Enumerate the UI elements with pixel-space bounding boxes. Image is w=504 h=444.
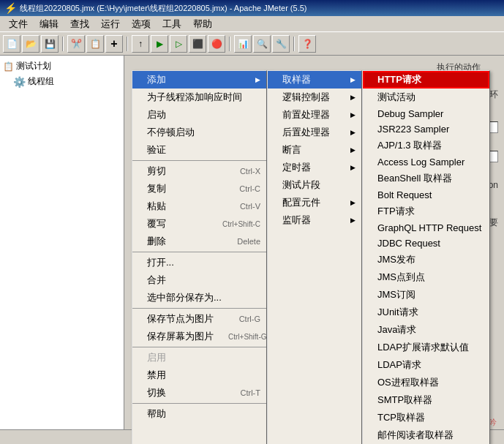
toolbar-new[interactable]: 📄: [3, 35, 20, 53]
sep3: [132, 308, 266, 309]
context-menu-level1: 添加 为子线程添加响应时间 启动 不停顿启动 验证 剪切 Ctrl-X 复制 C…: [132, 70, 267, 444]
menu-junit-request[interactable]: JUnit请求: [363, 304, 489, 321]
menu-ldap-extended[interactable]: LDAP扩展请求默认值: [363, 339, 489, 356]
toolbar-open[interactable]: 📂: [22, 35, 40, 53]
context-menu-level3: HTTP请求 测试活动 Debug Sampler JSR223 Sampler…: [362, 70, 490, 444]
menu-jms-point-to-point[interactable]: JMS点到点: [363, 268, 489, 286]
menu-merge[interactable]: 合并: [132, 271, 266, 289]
tree-item-test-plan[interactable]: 📋 测试计划: [3, 59, 121, 74]
menu-test-action[interactable]: 测试活动: [363, 89, 489, 106]
menu-logic-controllers[interactable]: 逻辑控制器: [268, 89, 361, 106]
app-icon: ⚡: [4, 2, 17, 14]
menu-edit[interactable]: 编辑: [34, 16, 64, 32]
menu-os-process[interactable]: OS进程取样器: [363, 374, 489, 391]
title-bar: ⚡ 线程组20220805.jmx (E:\Hyy\jmeter\线程组2022…: [0, 0, 504, 16]
menu-post-processors[interactable]: 后置处理器: [268, 124, 361, 141]
toolbar-sep3: [229, 37, 230, 51]
title-text: 线程组20220805.jmx (E:\Hyy\jmeter\线程组202208…: [20, 3, 306, 14]
menu-graphql-request[interactable]: GraphQL HTTP Request: [363, 220, 489, 236]
toolbar-add[interactable]: +: [105, 35, 123, 53]
menu-tcp[interactable]: TCP取样器: [363, 409, 489, 426]
menu-overwrite[interactable]: 覆写 Ctrl+Shift-C: [132, 215, 266, 233]
context-menu-container: 添加 为子线程添加响应时间 启动 不停顿启动 验证 剪切 Ctrl-X 复制 C…: [132, 70, 490, 444]
toolbar: 📄 📂 💾 ✂️ 📋 + ↑ ▶ ▷ ⬛ 🔴 📊 🔍 🔧 ❓: [0, 32, 504, 56]
menu-start[interactable]: 启动: [132, 106, 266, 124]
menu-help[interactable]: 帮助: [187, 16, 218, 32]
main-area: 📋 测试计划 ⚙️ 线程组 执行的动作 自动下一进循环 秒）： 永远 on ea…: [0, 56, 504, 429]
menu-samplers[interactable]: 取样器: [268, 71, 361, 89]
menu-beanshell-sampler[interactable]: BeanShell 取样器: [363, 170, 489, 187]
toolbar-sep4: [293, 37, 295, 51]
menu-save-selection[interactable]: 选中部分保存为...: [132, 289, 266, 306]
menu-toggle[interactable]: 切换 Ctrl-T: [132, 384, 266, 402]
tree-panel: 📋 测试计划 ⚙️ 线程组: [0, 56, 124, 429]
menu-debug-sampler[interactable]: Debug Sampler: [363, 106, 489, 121]
menu-jms-subscribe[interactable]: JMS订阅: [363, 286, 489, 304]
menu-jms-publish[interactable]: JMS发布: [363, 251, 489, 268]
toolbar-stop[interactable]: ⬛: [189, 35, 206, 53]
tree-item-thread-group[interactable]: ⚙️ 线程组: [3, 74, 121, 89]
menu-smtp[interactable]: SMTP取样器: [363, 391, 489, 409]
sep2: [132, 252, 266, 252]
menu-ftp-request[interactable]: FTP请求: [363, 203, 489, 220]
content-panel: 执行的动作 自动下一进循环 秒）： 永远 on each iteration 程…: [124, 56, 504, 429]
menu-timers[interactable]: 定时器: [268, 159, 361, 176]
menu-enable: 启用: [132, 349, 266, 366]
menu-tools[interactable]: 工具: [157, 16, 187, 32]
menu-jdbc-request[interactable]: JDBC Request: [363, 236, 489, 251]
menu-disable[interactable]: 禁用: [132, 366, 266, 384]
menu-add-response-time[interactable]: 为子线程添加响应时间: [132, 89, 266, 106]
toolbar-move-up[interactable]: ↑: [132, 35, 149, 53]
menu-access-log-sampler[interactable]: Access Log Sampler: [363, 154, 489, 170]
menu-http-request[interactable]: HTTP请求: [363, 71, 489, 89]
menu-file[interactable]: 文件: [3, 16, 34, 32]
menu-save-screen-image[interactable]: 保存屏幕为图片 Ctrl+Shift-G: [132, 328, 266, 345]
menu-cut[interactable]: 剪切 Ctrl-X: [132, 162, 266, 180]
menu-start-no-pause[interactable]: 不停顿启动: [132, 124, 266, 141]
menu-bolt-request[interactable]: Bolt Request: [363, 187, 489, 203]
menu-copy[interactable]: 复制 Ctrl-C: [132, 180, 266, 197]
menu-run[interactable]: 运行: [95, 16, 126, 32]
menu-open[interactable]: 打开...: [132, 254, 266, 271]
thread-group-label: 线程组: [28, 75, 54, 88]
context-menu-level2: 取样器 逻辑控制器 前置处理器 后置处理器 断言 定时器 测试片段 配置元件 监…: [267, 70, 362, 444]
toolbar-save[interactable]: 💾: [41, 35, 59, 53]
menu-save-node-image[interactable]: 保存节点为图片 Ctrl-G: [132, 310, 266, 328]
menu-bar: 文件 编辑 查找 运行 选项 工具 帮助: [0, 16, 504, 32]
toolbar-cut[interactable]: ✂️: [67, 35, 85, 53]
menu-options[interactable]: 选项: [126, 16, 157, 32]
sep4: [132, 347, 266, 347]
toolbar-clear[interactable]: 📊: [234, 35, 252, 53]
toolbar-shutdown[interactable]: 🔴: [208, 35, 225, 53]
toolbar-copy[interactable]: 📋: [86, 35, 104, 53]
menu-paste[interactable]: 粘贴 Ctrl-V: [132, 197, 266, 215]
toolbar-run-no-pause[interactable]: ▷: [170, 35, 187, 53]
menu-config-elements[interactable]: 配置元件: [268, 194, 361, 211]
menu-find[interactable]: 查找: [64, 16, 95, 32]
menu-mail-reader[interactable]: 邮件阅读者取样器: [363, 426, 489, 444]
toolbar-search[interactable]: 🔍: [253, 35, 271, 53]
menu-assertions[interactable]: 断言: [268, 141, 361, 159]
menu-pre-processors[interactable]: 前置处理器: [268, 106, 361, 124]
toolbar-sep2: [127, 37, 128, 51]
menu-ajp-sampler[interactable]: AJP/1.3 取样器: [363, 137, 489, 154]
menu-help[interactable]: 帮助: [132, 405, 266, 423]
test-plan-icon: 📋: [3, 61, 14, 72]
test-plan-label: 测试计划: [16, 60, 51, 72]
menu-validate[interactable]: 验证: [132, 141, 266, 159]
menu-test-fragments[interactable]: 测试片段: [268, 176, 361, 194]
menu-delete[interactable]: 删除 Delete: [132, 233, 266, 250]
toolbar-help[interactable]: ❓: [298, 35, 316, 53]
toolbar-sep1: [62, 37, 64, 51]
toolbar-run[interactable]: ▶: [151, 35, 168, 53]
menu-ldap-request[interactable]: LDAP请求: [363, 356, 489, 374]
menu-listeners[interactable]: 监听器: [268, 211, 361, 229]
sep1: [132, 160, 266, 161]
toolbar-settings[interactable]: 🔧: [272, 35, 290, 53]
menu-add[interactable]: 添加: [132, 71, 266, 89]
menu-jsr223-sampler[interactable]: JSR223 Sampler: [363, 121, 489, 137]
menu-java-request[interactable]: Java请求: [363, 321, 489, 339]
sep5: [132, 403, 266, 404]
thread-group-icon: ⚙️: [13, 76, 26, 88]
